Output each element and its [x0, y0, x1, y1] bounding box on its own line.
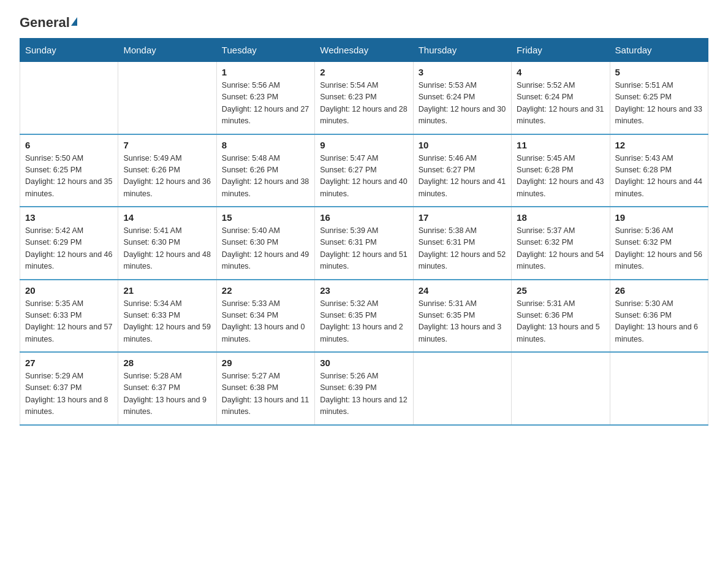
day-cell: [20, 62, 118, 134]
day-info: Sunrise: 5:46 AMSunset: 6:27 PMDaylight:…: [419, 153, 506, 201]
day-info: Sunrise: 5:42 AMSunset: 6:29 PMDaylight:…: [25, 225, 113, 273]
header-cell-tuesday: Tuesday: [216, 39, 314, 62]
day-cell: 5Sunrise: 5:51 AMSunset: 6:25 PMDaylight…: [610, 62, 708, 134]
week-row-3: 20Sunrise: 5:35 AMSunset: 6:33 PMDayligh…: [20, 280, 708, 353]
day-info: Sunrise: 5:31 AMSunset: 6:35 PMDaylight:…: [419, 298, 506, 346]
day-cell: 19Sunrise: 5:36 AMSunset: 6:32 PMDayligh…: [610, 207, 708, 280]
week-row-0: 1Sunrise: 5:56 AMSunset: 6:23 PMDaylight…: [20, 62, 708, 134]
header-cell-wednesday: Wednesday: [315, 39, 413, 62]
day-number: 20: [25, 285, 113, 296]
day-cell: 2Sunrise: 5:54 AMSunset: 6:23 PMDaylight…: [315, 62, 413, 134]
header-row: SundayMondayTuesdayWednesdayThursdayFrid…: [20, 39, 708, 62]
day-info: Sunrise: 5:39 AMSunset: 6:31 PMDaylight:…: [320, 225, 408, 273]
day-number: 18: [517, 212, 604, 223]
day-cell: 9Sunrise: 5:47 AMSunset: 6:27 PMDaylight…: [315, 134, 413, 207]
day-cell: 20Sunrise: 5:35 AMSunset: 6:33 PMDayligh…: [20, 280, 118, 353]
day-number: 10: [419, 140, 506, 150]
day-info: Sunrise: 5:45 AMSunset: 6:28 PMDaylight:…: [517, 153, 604, 201]
calendar-table: SundayMondayTuesdayWednesdayThursdayFrid…: [20, 38, 708, 426]
day-info: Sunrise: 5:48 AMSunset: 6:26 PMDaylight:…: [222, 153, 309, 201]
day-cell: 26Sunrise: 5:30 AMSunset: 6:36 PMDayligh…: [610, 280, 708, 353]
day-cell: 16Sunrise: 5:39 AMSunset: 6:31 PMDayligh…: [315, 207, 413, 280]
day-info: Sunrise: 5:33 AMSunset: 6:34 PMDaylight:…: [222, 298, 309, 346]
day-cell: 7Sunrise: 5:49 AMSunset: 6:26 PMDaylight…: [118, 134, 216, 207]
day-number: 30: [320, 358, 408, 368]
day-info: Sunrise: 5:34 AMSunset: 6:33 PMDaylight:…: [123, 298, 211, 346]
header-cell-sunday: Sunday: [20, 39, 118, 62]
day-number: 5: [615, 67, 703, 77]
day-cell: 8Sunrise: 5:48 AMSunset: 6:26 PMDaylight…: [216, 134, 314, 207]
day-cell: 13Sunrise: 5:42 AMSunset: 6:29 PMDayligh…: [20, 207, 118, 280]
calendar-body: 1Sunrise: 5:56 AMSunset: 6:23 PMDaylight…: [20, 62, 708, 425]
day-number: 23: [320, 285, 408, 296]
week-row-2: 13Sunrise: 5:42 AMSunset: 6:29 PMDayligh…: [20, 207, 708, 280]
day-number: 8: [222, 140, 309, 150]
day-cell: 17Sunrise: 5:38 AMSunset: 6:31 PMDayligh…: [413, 207, 511, 280]
day-info: Sunrise: 5:36 AMSunset: 6:32 PMDaylight:…: [615, 225, 703, 273]
day-cell: 21Sunrise: 5:34 AMSunset: 6:33 PMDayligh…: [118, 280, 216, 353]
day-info: Sunrise: 5:43 AMSunset: 6:28 PMDaylight:…: [615, 153, 703, 201]
day-number: 7: [123, 140, 211, 150]
day-info: Sunrise: 5:30 AMSunset: 6:36 PMDaylight:…: [615, 298, 703, 346]
day-number: 11: [517, 140, 604, 150]
day-cell: 22Sunrise: 5:33 AMSunset: 6:34 PMDayligh…: [216, 280, 314, 353]
header-cell-thursday: Thursday: [413, 39, 511, 62]
header-cell-saturday: Saturday: [610, 39, 708, 62]
day-info: Sunrise: 5:26 AMSunset: 6:39 PMDaylight:…: [320, 370, 408, 418]
day-cell: 10Sunrise: 5:46 AMSunset: 6:27 PMDayligh…: [413, 134, 511, 207]
day-cell: 14Sunrise: 5:41 AMSunset: 6:30 PMDayligh…: [118, 207, 216, 280]
day-info: Sunrise: 5:49 AMSunset: 6:26 PMDaylight:…: [123, 153, 211, 201]
day-info: Sunrise: 5:51 AMSunset: 6:25 PMDaylight:…: [615, 80, 703, 128]
day-info: Sunrise: 5:54 AMSunset: 6:23 PMDaylight:…: [320, 80, 408, 128]
day-info: Sunrise: 5:56 AMSunset: 6:23 PMDaylight:…: [222, 80, 309, 128]
day-number: 22: [222, 285, 309, 296]
day-number: 3: [419, 67, 506, 77]
day-number: 25: [517, 285, 604, 296]
day-cell: 24Sunrise: 5:31 AMSunset: 6:35 PMDayligh…: [413, 280, 511, 353]
day-cell: 28Sunrise: 5:28 AMSunset: 6:37 PMDayligh…: [118, 352, 216, 425]
day-number: 4: [517, 67, 604, 77]
logo-triangle-icon: [71, 17, 77, 26]
day-number: 17: [419, 212, 506, 223]
day-info: Sunrise: 5:35 AMSunset: 6:33 PMDaylight:…: [25, 298, 113, 346]
day-number: 26: [615, 285, 703, 296]
day-cell: 15Sunrise: 5:40 AMSunset: 6:30 PMDayligh…: [216, 207, 314, 280]
day-number: 9: [320, 140, 408, 150]
day-cell: 12Sunrise: 5:43 AMSunset: 6:28 PMDayligh…: [610, 134, 708, 207]
day-info: Sunrise: 5:47 AMSunset: 6:27 PMDaylight:…: [320, 153, 408, 201]
header-cell-monday: Monday: [118, 39, 216, 62]
day-info: Sunrise: 5:38 AMSunset: 6:31 PMDaylight:…: [419, 225, 506, 273]
day-number: 16: [320, 212, 408, 223]
day-number: 12: [615, 140, 703, 150]
day-cell: [413, 352, 511, 425]
day-cell: 11Sunrise: 5:45 AMSunset: 6:28 PMDayligh…: [512, 134, 610, 207]
day-cell: 23Sunrise: 5:32 AMSunset: 6:35 PMDayligh…: [315, 280, 413, 353]
day-cell: [512, 352, 610, 425]
day-number: 2: [320, 67, 408, 77]
day-cell: [610, 352, 708, 425]
page-header: General: [20, 15, 708, 31]
day-info: Sunrise: 5:53 AMSunset: 6:24 PMDaylight:…: [419, 80, 506, 128]
day-info: Sunrise: 5:37 AMSunset: 6:32 PMDaylight:…: [517, 225, 604, 273]
day-cell: [118, 62, 216, 134]
day-cell: 3Sunrise: 5:53 AMSunset: 6:24 PMDaylight…: [413, 62, 511, 134]
day-info: Sunrise: 5:28 AMSunset: 6:37 PMDaylight:…: [123, 370, 211, 418]
day-info: Sunrise: 5:29 AMSunset: 6:37 PMDaylight:…: [25, 370, 113, 418]
day-cell: 18Sunrise: 5:37 AMSunset: 6:32 PMDayligh…: [512, 207, 610, 280]
day-cell: 29Sunrise: 5:27 AMSunset: 6:38 PMDayligh…: [216, 352, 314, 425]
day-number: 21: [123, 285, 211, 296]
logo: General: [20, 15, 78, 31]
calendar-header: SundayMondayTuesdayWednesdayThursdayFrid…: [20, 39, 708, 62]
day-number: 29: [222, 358, 309, 368]
day-info: Sunrise: 5:52 AMSunset: 6:24 PMDaylight:…: [517, 80, 604, 128]
logo-general-text: General: [20, 15, 70, 31]
day-cell: 30Sunrise: 5:26 AMSunset: 6:39 PMDayligh…: [315, 352, 413, 425]
day-number: 6: [25, 140, 113, 150]
day-info: Sunrise: 5:32 AMSunset: 6:35 PMDaylight:…: [320, 298, 408, 346]
day-cell: 27Sunrise: 5:29 AMSunset: 6:37 PMDayligh…: [20, 352, 118, 425]
day-info: Sunrise: 5:27 AMSunset: 6:38 PMDaylight:…: [222, 370, 309, 418]
day-number: 27: [25, 358, 113, 368]
day-number: 14: [123, 212, 211, 223]
day-info: Sunrise: 5:31 AMSunset: 6:36 PMDaylight:…: [517, 298, 604, 346]
day-number: 28: [123, 358, 211, 368]
